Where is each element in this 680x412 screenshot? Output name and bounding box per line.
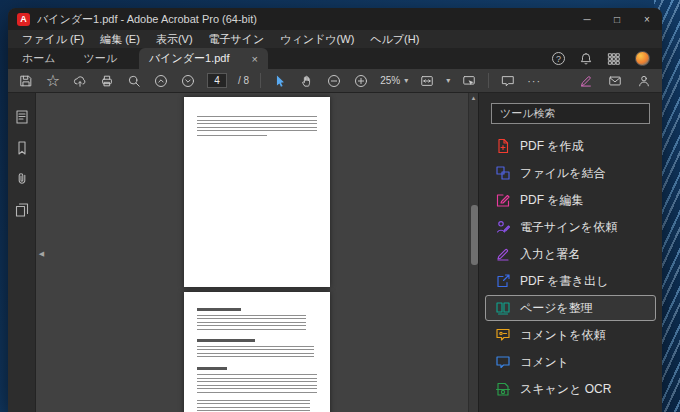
tab-bar: ホーム ツール バインダー1.pdf × ?	[8, 48, 662, 69]
app-grid-icon[interactable]	[607, 52, 621, 66]
menu-help[interactable]: ヘルプ(H)	[362, 30, 427, 48]
help-icon[interactable]: ?	[552, 52, 565, 65]
tool-label: コメント	[520, 354, 569, 371]
tool-export-pdf[interactable]: PDF を書き出し	[485, 268, 656, 294]
page-heading-bar	[197, 367, 227, 370]
page-text-block	[197, 315, 306, 331]
tool-label: PDF を編集	[520, 192, 584, 209]
fit-width-icon[interactable]	[419, 73, 435, 89]
previous-page-icon[interactable]	[153, 73, 169, 89]
tool-label: スキャンと OCR	[520, 381, 611, 398]
request-comments-icon	[495, 327, 511, 343]
tool-edit-pdf[interactable]: PDF を編集	[485, 187, 656, 213]
tab-close-icon[interactable]: ×	[252, 53, 258, 65]
title-bar: A バインダー1.pdf - Adobe Acrobat Pro (64-bit…	[8, 8, 662, 30]
pdf-page-3	[184, 97, 330, 287]
toolbar-right-group	[578, 73, 652, 89]
tab-tools[interactable]: ツール	[70, 48, 132, 69]
tool-combine-files[interactable]: ファイルを結合	[485, 160, 656, 186]
scroll-up-arrow-icon[interactable]: ▲	[469, 93, 478, 103]
favorite-star-icon[interactable]: ☆	[45, 73, 61, 89]
page-thumbnails-icon[interactable]	[14, 109, 30, 125]
tool-comment[interactable]: コメント	[485, 349, 656, 375]
tool-scan-ocr[interactable]: スキャンと OCR	[485, 376, 656, 402]
document-tab-label: バインダー1.pdf	[149, 51, 230, 66]
page-text-block	[197, 135, 267, 138]
send-mail-icon[interactable]	[607, 73, 623, 89]
vertical-scrollbar[interactable]: ▲	[468, 93, 478, 412]
select-tool-icon[interactable]	[272, 73, 288, 89]
bookmarks-icon[interactable]	[14, 140, 30, 156]
menu-file[interactable]: ファイル (F)	[14, 30, 92, 48]
menu-esign[interactable]: 電子サイン	[201, 30, 273, 48]
document-viewport[interactable]: ◀ ▲	[36, 93, 478, 412]
tool-label: PDF を書き出し	[520, 273, 608, 290]
tool-label: 入力と署名	[520, 246, 580, 263]
maximize-button[interactable]: □	[602, 8, 632, 30]
left-nav-strip	[8, 93, 36, 412]
acrobat-app-icon: A	[17, 13, 30, 26]
panel-collapse-arrow-icon[interactable]: ◀	[36, 241, 47, 267]
hand-tool-icon[interactable]	[299, 73, 315, 89]
tool-request-comments[interactable]: コメントを依頼	[485, 322, 656, 348]
next-page-icon[interactable]	[180, 73, 196, 89]
page-total-label: / 8	[238, 75, 249, 86]
menu-window[interactable]: ウィンドウ(W)	[272, 30, 362, 48]
zoom-out-icon[interactable]	[326, 73, 342, 89]
request-esign-icon	[495, 219, 511, 235]
save-icon[interactable]	[18, 73, 34, 89]
tool-organize-pages[interactable]: ページを整理	[485, 295, 656, 321]
user-avatar[interactable]	[635, 51, 650, 66]
tabbar-right-icons: ?	[540, 48, 662, 69]
scrollbar-thumb[interactable]	[471, 205, 478, 265]
main-toolbar: ☆ 4 / 8 25% ▾	[8, 69, 662, 93]
sign-pen-icon[interactable]	[578, 73, 594, 89]
search-icon[interactable]	[126, 73, 142, 89]
caret-down-icon: ▾	[404, 76, 408, 85]
person-icon[interactable]	[636, 73, 652, 89]
tab-home[interactable]: ホーム	[8, 48, 70, 69]
share-cloud-icon[interactable]	[72, 73, 88, 89]
toolbar-separator	[260, 73, 261, 88]
pdf-page-4	[184, 292, 330, 412]
organize-pages-icon	[495, 300, 511, 316]
menu-edit[interactable]: 編集 (E)	[92, 30, 148, 48]
comment-icon	[495, 354, 511, 370]
window-title: バインダー1.pdf - Adobe Acrobat Pro (64-bit)	[37, 12, 572, 27]
attachments-paperclip-icon[interactable]	[14, 171, 30, 187]
acrobat-window: A バインダー1.pdf - Adobe Acrobat Pro (64-bit…	[8, 8, 662, 412]
tool-fill-sign[interactable]: 入力と署名	[485, 241, 656, 267]
reading-mode-icon[interactable]	[461, 73, 477, 89]
tool-create-pdf[interactable]: PDF を作成	[485, 133, 656, 159]
notifications-bell-icon[interactable]	[579, 52, 593, 66]
export-pdf-icon	[495, 273, 511, 289]
layers-pages-icon[interactable]	[14, 202, 30, 218]
close-button[interactable]: ×	[632, 8, 662, 30]
zoom-level-value: 25%	[380, 75, 400, 86]
zoom-in-icon[interactable]	[353, 73, 369, 89]
tool-label: ファイルを結合	[520, 165, 605, 182]
zoom-level-dropdown[interactable]: 25% ▾	[380, 75, 408, 86]
toolbar-separator	[488, 73, 489, 88]
fit-caret-down-icon[interactable]: ▾	[446, 76, 450, 85]
page-text-block	[197, 346, 314, 358]
tab-document[interactable]: バインダー1.pdf ×	[139, 48, 268, 69]
comment-bubble-icon[interactable]	[500, 73, 516, 89]
scan-ocr-icon	[495, 381, 511, 397]
page-number-input[interactable]: 4	[207, 73, 227, 88]
print-icon[interactable]	[99, 73, 115, 89]
minimize-button[interactable]: ─	[572, 8, 602, 30]
page-text-block	[197, 374, 317, 394]
edit-pdf-icon	[495, 192, 511, 208]
more-tools-icon[interactable]: ···	[527, 73, 541, 89]
tool-request-esign[interactable]: 電子サインを依頼	[485, 214, 656, 240]
menu-bar: ファイル (F) 編集 (E) 表示(V) 電子サイン ウィンドウ(W) ヘルプ…	[8, 30, 662, 48]
page-heading-bar	[197, 339, 255, 342]
tool-label: コメントを依頼	[520, 327, 605, 344]
tool-search-input[interactable]: ツール検索	[491, 103, 650, 124]
create-pdf-icon	[495, 138, 511, 154]
content-area: ◀ ▲ ツール検索	[8, 93, 662, 412]
page-text-block	[197, 116, 317, 134]
tool-label: 電子サインを依頼	[520, 219, 617, 236]
menu-view[interactable]: 表示(V)	[148, 30, 201, 48]
